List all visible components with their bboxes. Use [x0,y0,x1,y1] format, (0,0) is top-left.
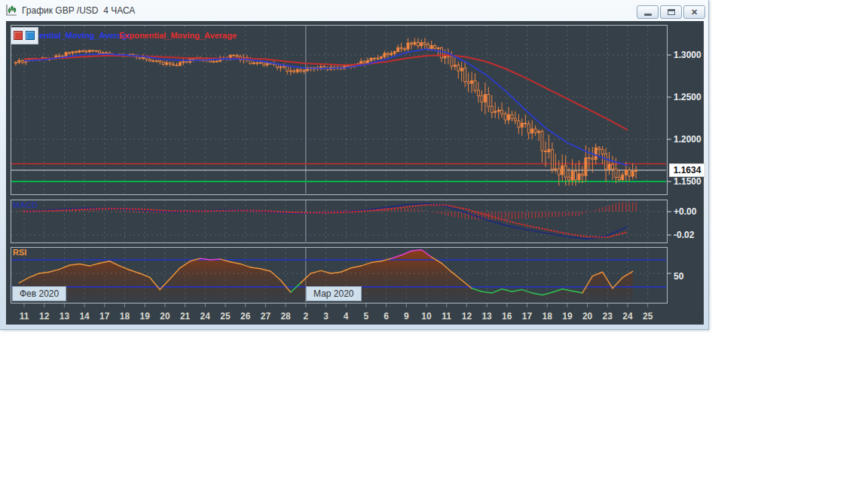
x-tick-label: 12 [39,311,50,322]
minimize-icon [644,14,652,16]
x-tick-label: 16 [502,311,512,322]
rsi-tick-label: 50 [674,271,684,282]
current-price-badge: 1.1634 [669,163,705,177]
x-tick-label: 10 [421,311,432,322]
macd-pane-label: MACD [13,200,38,209]
x-tick-label: 27 [261,311,271,322]
rsi-pane-label: RSI [13,248,26,257]
x-tick-label: 17 [99,311,110,322]
x-tick-label: 6 [384,311,389,322]
price-tick-label: 1.2000 [674,134,701,145]
x-tick-label: 9 [404,311,409,322]
restore-button[interactable] [660,5,682,19]
x-tick-label: 24 [200,311,211,322]
app-candlestick-icon [5,4,18,17]
indicator-buttons-panel [11,27,38,44]
blue-indicator-button[interactable] [26,31,35,40]
red-indicator-button[interactable] [14,31,23,40]
month-label-feb: Фев 2020 [12,286,66,301]
x-tick-label: 3 [323,311,329,322]
chart-svg[interactable]: 1112131417181920212425262728234569101112… [6,21,704,325]
x-tick-label: 20 [160,311,170,322]
x-tick-label: 4 [344,311,349,322]
x-tick-label: 19 [562,311,573,322]
minimize-button[interactable] [637,5,659,19]
chart-window: График GBP /USD 4 ЧАСА ✕ 111213141718192… [0,0,709,330]
x-tick-label: 28 [280,311,291,322]
window-title: График GBP /USD 4 ЧАСА [22,5,135,16]
price-tick-label: 1.3000 [674,50,701,60]
legend-ema-slow: Exponential_Moving_Average [119,31,237,40]
x-tick-label: 18 [120,311,130,322]
x-tick-label: 2 [303,311,308,322]
titlebar[interactable]: График GBP /USD 4 ЧАСА [0,0,708,21]
x-tick-label: 13 [481,311,492,322]
x-tick-label: 26 [240,311,251,322]
x-tick-label: 17 [522,311,533,322]
close-button[interactable]: ✕ [683,5,705,19]
macd-tick-label: -0.02 [674,230,695,240]
price-tick-label: 1.1500 [674,176,701,187]
x-tick-label: 23 [603,311,613,322]
x-tick-label: 24 [622,311,633,322]
restore-icon [668,9,675,15]
month-label-mar: Мар 2020 [306,286,362,301]
macd-tick-label: +0.00 [674,206,697,217]
x-tick-label: 25 [643,311,653,322]
x-tick-label: 5 [364,311,369,322]
x-tick-label: 12 [462,311,472,322]
x-tick-label: 11 [20,311,29,322]
price-tick-label: 1.2500 [674,92,701,102]
x-tick-label: 21 [180,311,191,322]
ema-slow-line [24,55,628,130]
macd-histogram [16,202,636,220]
x-tick-label: 13 [60,311,70,322]
x-tick-label: 19 [140,311,151,322]
x-tick-label: 18 [542,311,553,322]
legend-ema-fast: ential_Moving_Average [39,31,131,40]
x-tick-label: 20 [582,311,593,322]
close-icon: ✕ [684,7,704,18]
x-tick-label: 14 [79,311,90,322]
chart-client-area: 1112131417181920212425262728234569101112… [6,21,704,325]
x-tick-label: 11 [442,311,451,322]
x-tick-label: 25 [220,311,231,322]
